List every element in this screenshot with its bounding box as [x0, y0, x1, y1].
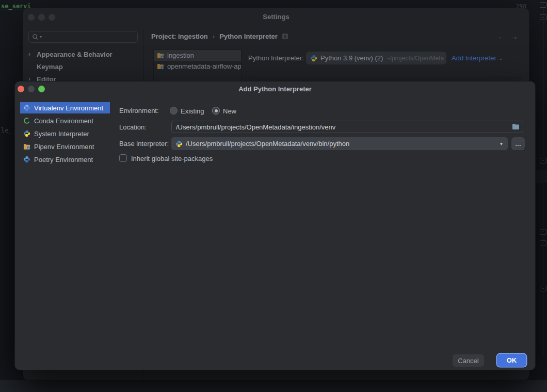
base-interpreter-path: /Users/pmbrull/projects/OpenMetadata/ven…: [186, 140, 349, 148]
add-python-interpreter-dialog: Add Python Interpreter Virtualenv Enviro…: [14, 81, 536, 370]
environment-label: Environment:: [119, 107, 159, 115]
dialog-title: Add Python Interpreter: [15, 85, 535, 93]
chevron-down-icon: ▾: [500, 141, 503, 146]
browse-folder-icon[interactable]: [512, 123, 520, 130]
location-label: Location:: [119, 123, 147, 131]
env-type-label: Conda Environment: [34, 117, 93, 125]
env-type-virtualenv[interactable]: Virtualenv Environment: [20, 102, 110, 113]
radio-new[interactable]: [212, 107, 220, 115]
folder-python-icon: [23, 143, 30, 150]
cancel-button[interactable]: Cancel: [453, 354, 484, 367]
radio-existing[interactable]: [170, 107, 178, 115]
env-type-label: Poetry Environment: [34, 156, 93, 164]
inherit-site-packages-checkbox[interactable]: [119, 154, 127, 162]
env-type-pipenv[interactable]: Pipenv Environment: [20, 141, 110, 152]
inherit-site-packages-label[interactable]: Inherit global site-packages: [131, 155, 213, 162]
env-type-label: Pipenv Environment: [34, 143, 94, 151]
ok-button[interactable]: OK: [497, 354, 526, 367]
radio-new-label[interactable]: New: [223, 107, 236, 115]
python-blue-icon: [23, 104, 30, 111]
env-type-conda[interactable]: Conda Environment: [20, 115, 110, 126]
radio-existing-label[interactable]: Existing: [181, 107, 204, 115]
conda-icon: [23, 117, 30, 124]
python-blue-icon: [23, 156, 30, 163]
python-icon: [23, 130, 30, 137]
browse-more-button[interactable]: …: [511, 137, 525, 150]
env-type-system[interactable]: System Interpreter: [20, 128, 110, 139]
base-interpreter-label: Base interpreter:: [119, 140, 169, 148]
env-type-poetry[interactable]: Poetry Environment: [20, 154, 110, 165]
base-interpreter-select[interactable]: /Users/pmbrull/projects/OpenMetadata/ven…: [171, 137, 508, 150]
env-type-label: Virtualenv Environment: [34, 104, 103, 112]
location-input[interactable]: [171, 121, 523, 133]
python-icon: [175, 140, 183, 148]
env-type-label: System Interpreter: [34, 130, 89, 138]
